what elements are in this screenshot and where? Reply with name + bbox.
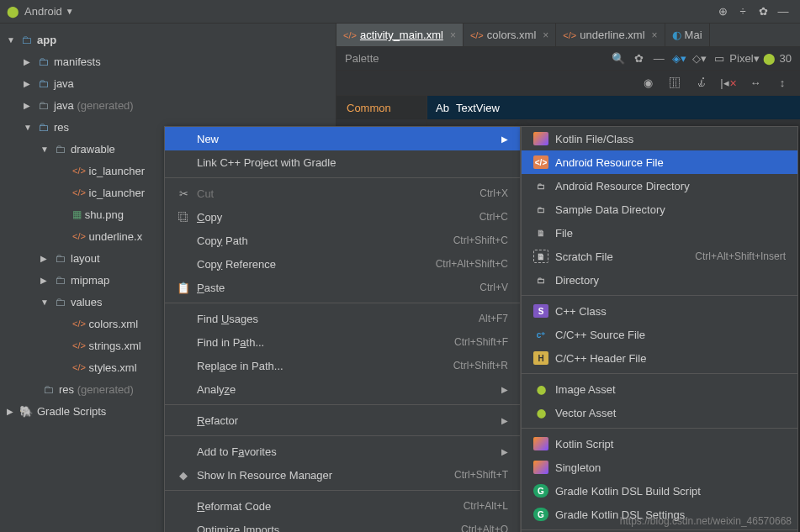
kotlin-icon: ◣	[533, 461, 548, 474]
gradle-icon: G	[533, 484, 548, 498]
ctx-find-usages[interactable]: Find UsagesAlt+F7	[165, 307, 520, 330]
search-icon[interactable]: 🔍	[608, 52, 628, 65]
ctx-refactor[interactable]: Refactor▶	[165, 408, 520, 432]
project-view-selector[interactable]: Android	[24, 5, 62, 18]
folder-icon: 🗀	[533, 179, 548, 192]
project-toolbar: ⬤ Android ▼ ⊕ ÷ ✿ —	[0, 0, 800, 24]
device-icon: ▭	[709, 52, 729, 65]
ctx-analyze[interactable]: Analyze▶	[165, 377, 520, 401]
sub-sample-data-dir[interactable]: 🗀Sample Data Directory	[522, 198, 797, 221]
palette-title: Palette	[345, 52, 379, 65]
gear-icon[interactable]: ✿	[628, 52, 649, 65]
divide-icon[interactable]: ÷	[733, 5, 753, 18]
tree-app[interactable]: ▼🗀app	[0, 29, 336, 50]
sub-cpp-header[interactable]: HC/C++ Header File	[522, 346, 797, 370]
ctx-resource-manager[interactable]: ◆Show In Resource ManagerCtrl+Shift+T	[165, 463, 520, 487]
ctx-add-favorites[interactable]: Add to Favorites▶	[165, 440, 520, 463]
api-level[interactable]: 30	[780, 52, 792, 65]
palette-item-textview[interactable]: AbTextView	[427, 96, 800, 119]
xml-icon: </>	[533, 155, 548, 169]
tab-main[interactable]: ◐Mai	[665, 24, 710, 46]
dropdown-arrow-icon: ▼	[66, 7, 74, 16]
resize-h-icon[interactable]: ↔	[746, 76, 765, 89]
ctx-paste[interactable]: 📋PasteCtrl+V	[165, 276, 520, 299]
folder-icon: 🗀	[533, 273, 548, 287]
tab-activity-main[interactable]: </>activity_main.xml×	[336, 24, 464, 46]
disconnect-icon[interactable]: ⫝̸	[692, 76, 711, 89]
eye-icon[interactable]: ◉	[638, 76, 657, 89]
close-icon[interactable]: ×	[543, 29, 548, 41]
context-menu: New▶ Link C++ Project with Gradle ✂CutCt…	[164, 126, 521, 532]
sub-gradle-build-script[interactable]: GGradle Kotlin DSL Build Script	[522, 479, 797, 503]
columns-icon[interactable]: ⿲	[665, 76, 684, 89]
ctx-link-cpp[interactable]: Link C++ Project with Gradle	[165, 150, 520, 174]
ctx-replace-in-path[interactable]: Replace in Path...Ctrl+Shift+R	[165, 354, 520, 377]
sub-cpp-source[interactable]: c⁺C/C++ Source File	[522, 323, 797, 346]
goto-icon[interactable]: |◂✕	[719, 76, 738, 89]
android-icon: ⬤	[533, 382, 548, 396]
sub-kotlin-script[interactable]: ◣Kotlin Script	[522, 432, 797, 456]
sub-cpp-class[interactable]: SC++ Class	[522, 299, 797, 323]
sub-singleton[interactable]: ◣Singleton	[522, 456, 797, 479]
api-icon[interactable]: ⬤	[760, 52, 780, 65]
sub-image-asset[interactable]: ⬤Image Asset	[522, 377, 797, 401]
sub-scratch-file[interactable]: 🗎Scratch FileCtrl+Alt+Shift+Insert	[522, 245, 797, 268]
tree-java-generated[interactable]: ▶🗀java (generated)	[0, 94, 336, 116]
minimize-icon[interactable]: —	[773, 5, 793, 18]
target-icon[interactable]: ⊕	[713, 5, 733, 18]
cpp-icon: c⁺	[533, 328, 548, 341]
sub-vector-asset[interactable]: ⬤Vector Asset	[522, 401, 797, 424]
header-icon: H	[533, 351, 548, 365]
watermark: https://blog.csdn.net/weixin_46570668	[620, 515, 792, 527]
ctx-copy[interactable]: ⿻CopyCtrl+C	[165, 205, 520, 229]
sub-directory[interactable]: 🗀Directory	[522, 268, 797, 292]
sub-android-resource-dir[interactable]: 🗀Android Resource Directory	[522, 174, 797, 198]
cpp-class-icon: S	[533, 304, 548, 318]
settings-icon[interactable]: ✿	[753, 5, 773, 18]
ctx-cut[interactable]: ✂CutCtrl+X	[165, 182, 520, 205]
rotate-icon[interactable]: ◇▾	[689, 52, 709, 65]
kotlin-icon: ◣	[533, 132, 548, 145]
file-icon: 🗎	[533, 226, 548, 240]
android-icon: ⬤	[7, 5, 19, 18]
layers-icon[interactable]: ◈▾	[669, 52, 689, 65]
sub-file[interactable]: 🗎File	[522, 221, 797, 245]
minimize-icon[interactable]: —	[649, 52, 669, 65]
android-icon: ⬤	[533, 406, 548, 419]
ctx-find-in-path[interactable]: Find in Path...Ctrl+Shift+F	[165, 330, 520, 354]
ctx-copy-reference[interactable]: Copy ReferenceCtrl+Alt+Shift+C	[165, 252, 520, 276]
gradle-icon: G	[533, 508, 548, 521]
sub-kotlin-file[interactable]: ◣Kotlin File/Class	[522, 127, 797, 150]
tree-java[interactable]: ▶🗀java	[0, 72, 336, 94]
kotlin-icon: ◣	[533, 437, 548, 450]
tab-colors[interactable]: </>colors.xml×	[464, 24, 556, 46]
sub-android-resource-file[interactable]: </>Android Resource File	[522, 150, 797, 174]
tree-manifests[interactable]: ▶🗀manifests	[0, 50, 336, 72]
close-icon[interactable]: ×	[450, 29, 456, 41]
close-icon[interactable]: ×	[652, 29, 658, 41]
tab-underline[interactable]: </>underline.xml×	[556, 24, 665, 46]
device-selector[interactable]: Pixel▾	[729, 52, 759, 65]
ctx-copy-path[interactable]: Copy PathCtrl+Shift+C	[165, 229, 520, 252]
palette-cat-common[interactable]: Common	[336, 96, 426, 119]
ctx-optimize-imports[interactable]: Optimize ImportsCtrl+Alt+O	[165, 518, 520, 532]
editor-tabs: </>activity_main.xml× </>colors.xml× </>…	[336, 24, 800, 47]
ctx-new[interactable]: New▶	[165, 127, 520, 150]
scratch-icon: 🗎	[533, 250, 548, 263]
new-submenu: ◣Kotlin File/Class </>Android Resource F…	[521, 126, 798, 532]
folder-icon: 🗀	[533, 203, 548, 216]
resize-v-icon[interactable]: ↕	[773, 76, 792, 89]
ctx-reformat[interactable]: Reformat CodeCtrl+Alt+L	[165, 494, 520, 518]
